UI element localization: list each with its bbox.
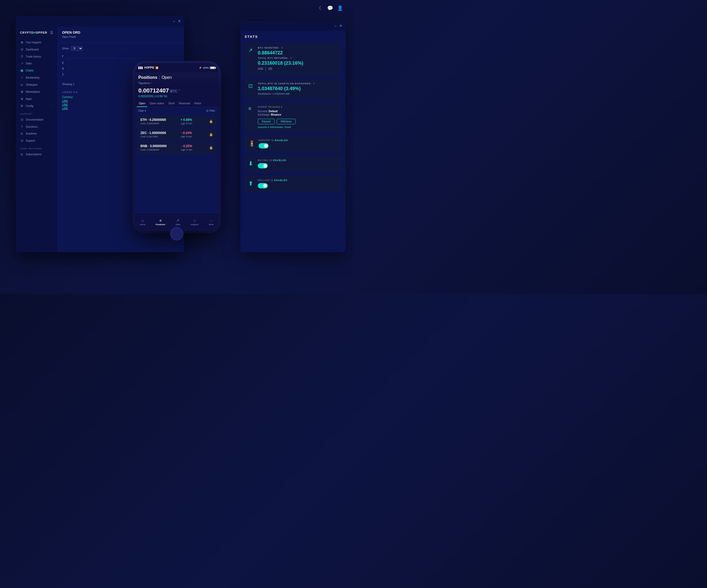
tab-short[interactable]: Short bbox=[166, 100, 177, 107]
battery-text: 100% bbox=[203, 67, 209, 69]
withdraw-button[interactable]: Withdraw bbox=[277, 119, 296, 124]
position-card-zec[interactable]: ZEC · 1.00000000 Cost: 0.0417800 - 0.24%… bbox=[137, 128, 216, 141]
sidebar-item-label: Backtesting bbox=[26, 76, 39, 79]
sidebar-item-dashboard[interactable]: ⊡ Dashboard bbox=[16, 46, 58, 53]
screen-title: Positions bbox=[138, 75, 157, 80]
deposit-button[interactable]: Deposit bbox=[258, 119, 275, 124]
stats-nav-icon: ↗ bbox=[176, 218, 179, 223]
carrier-text: ▋▋▋ HOPPIE 📶 bbox=[138, 66, 158, 69]
tab-open[interactable]: Open bbox=[137, 100, 147, 107]
sidebar-item-stats[interactable]: ↗ Stats bbox=[16, 60, 58, 67]
buying-toggle-block: ⬇ BUYING IS ENABLED bbox=[245, 155, 341, 172]
stats-nav-label: Stats bbox=[175, 223, 180, 226]
sidebar-item-academy[interactable]: ◎ Academy bbox=[16, 130, 58, 137]
hopper-toggle-switch[interactable] bbox=[259, 143, 269, 148]
sidebar-item-strategies[interactable]: ◎ Strategies bbox=[16, 81, 58, 88]
btc-invested-value: 0.88644722 bbox=[258, 50, 338, 56]
phone-home-button[interactable] bbox=[170, 227, 183, 241]
row-num: 2 bbox=[62, 62, 121, 64]
tab-history[interactable]: Histor bbox=[192, 100, 203, 107]
pos-left-zec: ZEC · 1.00000000 Cost: 0.0417800 bbox=[140, 131, 166, 138]
nav-positions[interactable]: ≡ Positions bbox=[156, 218, 165, 226]
show-label: Show bbox=[62, 47, 69, 50]
info-link[interactable]: info bbox=[268, 67, 272, 72]
hamburger-icon[interactable]: ☰ bbox=[50, 31, 54, 35]
traffic-light-icon: 🚦 bbox=[248, 140, 256, 147]
stats-close-button[interactable]: ✕ bbox=[339, 24, 342, 28]
more-label: More bbox=[209, 223, 213, 226]
deposits-withdrawals-link[interactable]: Deposits & Withdrawals bbox=[258, 126, 283, 128]
sidebar-item-backtesting[interactable]: ✓ Backtesting bbox=[16, 74, 58, 81]
screen-subtitle: Open bbox=[162, 75, 172, 80]
selling-status-label: SELLING IS ENABLED bbox=[258, 179, 338, 182]
pos-right-bnb: - 0.25% Age: 8 min bbox=[181, 144, 192, 151]
hopper-name-row[interactable]: Tapoleon › bbox=[138, 81, 215, 84]
sidebar-item-support[interactable]: ⊡ Support bbox=[16, 137, 58, 144]
coin-label-zec: ZEC · 1.00000000 bbox=[140, 131, 166, 135]
user-icon[interactable]: 👤 bbox=[337, 5, 343, 11]
sidebar-item-your-hoppers[interactable]: ⊞ Your hoppers bbox=[16, 39, 58, 46]
sidebar-item-apps[interactable]: ⊕ Apps bbox=[16, 96, 58, 103]
minimize-button[interactable]: – bbox=[173, 19, 175, 23]
paper-account-row: Account: Default bbox=[258, 110, 338, 113]
moon-icon[interactable]: ☾ bbox=[319, 5, 323, 11]
title-separator: | bbox=[159, 75, 160, 80]
main-title: OPEN ORD bbox=[62, 31, 180, 34]
position-card-bnb[interactable]: BNB · 3.00000000 Cost: 0.00696000 - 0.25… bbox=[137, 142, 216, 154]
reset-link[interactable]: reset bbox=[258, 67, 263, 72]
btc-amount-row: 0.00712407 BTC ˅ bbox=[138, 87, 215, 94]
hopper-toggle-block: 🚦 HOPPER IS ENABLED bbox=[245, 135, 341, 152]
cost-eth: Cost: 0.00530500 bbox=[140, 122, 166, 125]
tab-open-orders[interactable]: Open orders bbox=[147, 100, 166, 107]
show-row: Show 51025 bbox=[62, 46, 180, 51]
hopper-status-label: HOPPER IS ENABLED bbox=[259, 139, 338, 142]
sidebar-item-charts[interactable]: ▦ Charts bbox=[16, 67, 58, 74]
nav-hoppers[interactable]: ○ Hoppers bbox=[191, 218, 199, 226]
pos-left-eth: ETH · 0.25000000 Cost: 0.00530500 bbox=[140, 118, 166, 125]
hopper-name: Tapoleon bbox=[138, 81, 150, 84]
sidebar-item-label: Charts bbox=[26, 69, 33, 72]
nav-home[interactable]: ⌂ Home bbox=[140, 218, 145, 226]
nav-more[interactable]: ··· More bbox=[209, 218, 213, 226]
config-icon: ⚙ bbox=[20, 104, 24, 108]
cost-zec: Cost: 0.0417800 bbox=[140, 135, 166, 138]
sidebar-item-label: Marketplace bbox=[26, 90, 40, 93]
tab-reserved[interactable]: Reserved bbox=[177, 100, 192, 107]
buying-toggle-switch[interactable] bbox=[258, 163, 268, 169]
subscriptions-icon: ◎ bbox=[20, 153, 24, 156]
sidebar-item-config[interactable]: ⚙ Config › bbox=[16, 103, 58, 110]
filter-row: Date ▾ ⊟ Filter bbox=[135, 107, 219, 114]
nav-stats[interactable]: ↗ Stats bbox=[175, 218, 180, 226]
edit-link[interactable]: edit bbox=[285, 93, 290, 95]
sidebar-item-questions[interactable]: ? Questions bbox=[16, 123, 58, 130]
close-button[interactable]: ✕ bbox=[178, 19, 181, 23]
paper-links: Deposits & Withdrawals | Reset bbox=[258, 126, 338, 128]
stats-panel: – ✕ STATS ↗ BTC INVESTED: ℹ 0.88644722 T… bbox=[240, 21, 346, 252]
reset-link-2[interactable]: Reset bbox=[284, 126, 291, 128]
sidebar-item-marketplace[interactable]: ⊞ Marketplace bbox=[16, 88, 58, 96]
sidebar-item-trade-history[interactable]: ⏱ Trade history bbox=[16, 53, 58, 60]
sidebar-item-label: Dashboard bbox=[26, 48, 39, 51]
stat-links: reset | info bbox=[258, 67, 338, 72]
cost-bnb: Cost: 0.00696000 bbox=[140, 148, 167, 151]
hopper-arrow-icon: › bbox=[151, 81, 152, 84]
sidebar-item-label: Apps bbox=[26, 98, 32, 100]
chat-icon[interactable]: 💬 bbox=[327, 5, 333, 11]
age-bnb: Age: 8 min bbox=[181, 148, 192, 151]
stats-minimize-button[interactable]: – bbox=[335, 24, 337, 28]
coin-label-bnb: BNB · 3.00000000 bbox=[140, 144, 167, 148]
filter-button[interactable]: ⊟ Filter bbox=[206, 109, 215, 112]
bluetooth-icon: ⚡ bbox=[199, 67, 202, 69]
filter-icon: ⊟ bbox=[206, 109, 208, 112]
hoppers-label: Hoppers bbox=[191, 223, 199, 226]
strategies-icon: ◎ bbox=[20, 83, 24, 86]
position-card-eth[interactable]: ETH · 0.25000000 Cost: 0.00530500 + 0.08… bbox=[137, 115, 216, 127]
show-select[interactable]: 51025 bbox=[71, 46, 83, 51]
date-filter[interactable]: Date ▾ bbox=[138, 109, 146, 112]
config-arrow-icon: › bbox=[53, 105, 54, 107]
selling-toggle-switch[interactable] bbox=[258, 183, 268, 188]
btc-invested-label: BTC INVESTED: ℹ bbox=[258, 46, 338, 49]
sidebar-item-subscriptions[interactable]: ◎ Subscriptions bbox=[16, 151, 58, 158]
positions-label: Positions bbox=[156, 223, 165, 226]
sidebar-item-documentation[interactable]: ⊡ Documentation bbox=[16, 116, 58, 123]
